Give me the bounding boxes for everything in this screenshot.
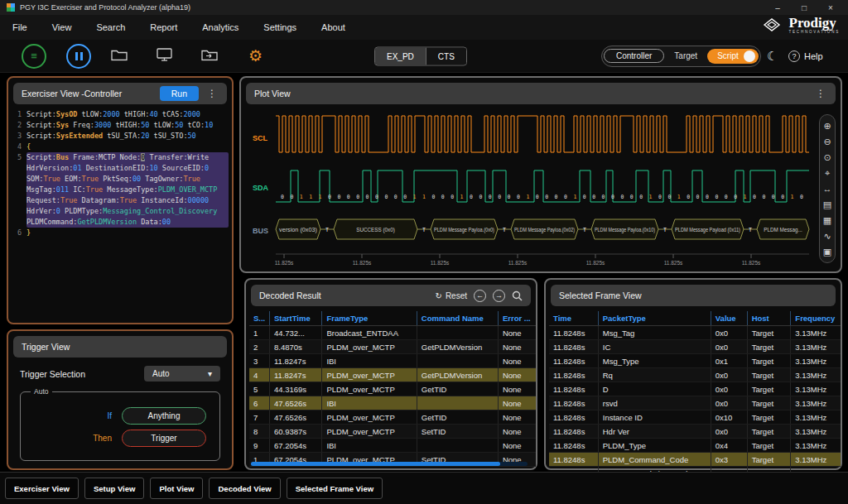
settings-gear-icon[interactable]: ⚙	[248, 47, 263, 65]
help-button[interactable]: ? Help	[788, 50, 823, 62]
column-header[interactable]: Host	[747, 311, 791, 326]
menu-item-search[interactable]: Search	[84, 15, 137, 40]
table-row[interactable]: 647.6526sIBINone	[249, 396, 536, 410]
close-button[interactable]: ×	[820, 3, 841, 12]
table-row[interactable]: 860.9387sPLDM_over_MCTPSetTIDNone	[249, 425, 536, 439]
device-tab-cts[interactable]: CTS	[426, 47, 466, 65]
menu-item-view[interactable]: View	[40, 15, 84, 40]
view-tab-decoded-view[interactable]: Decoded View	[209, 478, 280, 499]
table-row[interactable]: 11.8248sRq0x0Target3.13MHz	[549, 368, 841, 382]
minimize-button[interactable]: –	[767, 3, 788, 12]
column-header[interactable]: Command Name	[417, 311, 498, 326]
move-horizontal-icon[interactable]: ↔	[823, 182, 832, 195]
scrollbar-thumb[interactable]	[251, 462, 500, 466]
code-editor[interactable]: 1Script:SysOD tLOW:2000 tHIGH:40 tCAS:20…	[12, 109, 229, 238]
table-cell: None	[498, 354, 536, 368]
code-line[interactable]: 4{	[12, 142, 229, 152]
table-row[interactable]: 11.8248sMsg_Type0x1Target3.13MHz	[549, 354, 841, 368]
prev-frame-icon[interactable]: ←	[474, 290, 486, 302]
trigger-selection-dropdown[interactable]: Auto ▾	[144, 366, 220, 382]
menu-item-analytics[interactable]: Analytics	[190, 15, 251, 40]
dark-mode-icon[interactable]: ☾	[767, 49, 778, 63]
plot-menu-icon[interactable]: ⋮	[814, 88, 827, 99]
menu-item-file[interactable]: File	[0, 15, 40, 40]
sda-bit: 0	[394, 194, 398, 200]
code-line[interactable]: 3Script:SysExtended tSU_STA:20 tSU_STO:5…	[12, 131, 229, 142]
table-cell: 8.4870s	[270, 340, 322, 354]
column-header[interactable]: S...	[249, 311, 270, 326]
table-row[interactable]: 11.8248sPLDM_Command_Code0x3Target3.13MH…	[549, 453, 841, 467]
device-tab-ex_pd[interactable]: EX_PD	[375, 47, 426, 65]
waveform-plot[interactable]: SCLSDABUS0011100000000011000100000010000…	[248, 103, 819, 270]
table-row[interactable]: 747.6526sPLDM_over_MCTPGetTIDNone	[249, 410, 536, 425]
table-cell: rsvd	[598, 396, 711, 410]
plot-panel: Plot View ⋮ SCLSDABUS0011100000000011000…	[239, 76, 842, 273]
export-folder-icon[interactable]	[201, 48, 218, 64]
run-button[interactable]: Run	[160, 86, 199, 101]
mode-controller-button[interactable]: Controller	[604, 49, 664, 63]
table-row[interactable]: 11.8248sInstance ID0x10Target3.13MHz	[549, 410, 841, 425]
search-icon[interactable]	[512, 290, 523, 301]
grid-icon[interactable]: ▦	[823, 214, 831, 227]
view-tab-setup-view[interactable]: Setup View	[84, 478, 145, 499]
column-header[interactable]: StartTime	[270, 311, 322, 326]
column-header[interactable]: FrameType	[322, 311, 417, 326]
code-line[interactable]: 5Script:Bus Frame:MCTP Node:0 Transfer:W…	[12, 152, 229, 228]
code-line[interactable]: 2Script:Sys Freq:3000 tHIGH:50 tLOW:50 t…	[12, 120, 229, 131]
sda-bit: 0	[781, 194, 784, 200]
table-cell: IBI	[322, 439, 417, 453]
snapshot-icon[interactable]: ▣	[823, 245, 831, 258]
mode-script-toggle[interactable]: Script	[707, 49, 759, 64]
zoom-in-icon[interactable]: ⊕	[823, 119, 831, 132]
table-row[interactable]: 11.8248sPLDM_Type0x4Target3.13MHz	[549, 439, 841, 453]
layout-icon[interactable]: ▤	[823, 198, 831, 211]
table-row[interactable]: 11.8248sD0x0Target3.13MHz	[549, 382, 841, 396]
table-cell: PLDM_over_MCTP	[322, 410, 417, 425]
menu-item-settings[interactable]: Settings	[251, 15, 309, 40]
table-cell: 5	[249, 382, 270, 396]
zoom-out-icon[interactable]: ⊖	[823, 135, 831, 148]
view-tab-exerciser-view[interactable]: Exerciser View	[5, 478, 79, 499]
waveform-icon[interactable]: ∿	[823, 229, 831, 242]
menu-item-about[interactable]: About	[309, 15, 358, 40]
reset-button[interactable]: ↻Reset	[435, 291, 467, 300]
device-tabs: EX_PDCTS	[374, 46, 467, 65]
zoom-reset-icon[interactable]: ⊙	[823, 151, 831, 164]
column-header[interactable]: Time	[549, 311, 598, 326]
code-line[interactable]: 6}	[12, 228, 229, 238]
view-tab-plot-view[interactable]: Plot View	[150, 478, 203, 499]
table-row[interactable]: 11.8248sMsg_Tag0x0Target3.13MHz	[549, 326, 841, 340]
code-line[interactable]: 1Script:SysOD tLOW:2000 tHIGH:40 tCAS:20…	[12, 109, 229, 120]
table-row[interactable]: 11.8248sHdr Ver0x0Target3.13MHz	[549, 425, 841, 439]
exerciser-icon[interactable]: ≡	[22, 44, 46, 69]
maximize-button[interactable]: □	[793, 3, 815, 12]
column-header[interactable]: Value	[711, 311, 747, 326]
then-action-button[interactable]: Trigger	[122, 430, 206, 447]
table-row[interactable]: 967.2054sIBINone	[249, 439, 536, 453]
view-tab-selected-frame-view[interactable]: Selected Frame View	[287, 478, 383, 499]
column-header[interactable]: Error ...	[498, 311, 536, 326]
table-row[interactable]: 311.8247sIBINone	[249, 354, 536, 368]
menu-item-report[interactable]: Report	[137, 15, 190, 40]
next-frame-icon[interactable]: →	[493, 290, 505, 302]
if-condition-button[interactable]: Anything	[122, 407, 206, 425]
horizontal-scrollbar[interactable]	[251, 462, 528, 466]
open-folder-icon[interactable]	[111, 48, 128, 64]
table-row[interactable]: 11.8248srsvd0x0Target3.13MHz	[549, 396, 841, 410]
pan-icon[interactable]: ⌖	[825, 166, 830, 180]
table-row[interactable]: 144.732...Broadcast_ENTDAANone	[249, 326, 536, 340]
column-header[interactable]: Frequency	[791, 311, 841, 326]
mode-target-button[interactable]: Target	[664, 51, 707, 60]
exerciser-menu-icon[interactable]: ⋮	[205, 88, 219, 99]
table-row[interactable]: 11.8248sIC0x0Target3.13MHz	[549, 340, 841, 354]
sda-bit: 1	[460, 194, 464, 200]
table-cell: None	[498, 439, 536, 453]
table-cell: 0x0	[711, 340, 747, 354]
display-icon[interactable]	[157, 48, 172, 65]
table-row[interactable]: 411.8247sPLDM_over_MCTPGetPLDMVersionNon…	[249, 368, 536, 382]
table-row[interactable]: 544.3169sPLDM_over_MCTPGetTIDNone	[249, 382, 536, 396]
pause-icon[interactable]	[66, 44, 91, 69]
table-cell: PLDM_over_MCTP	[322, 340, 417, 354]
table-row[interactable]: 28.4870sPLDM_over_MCTPGetPLDMVersionNone	[249, 340, 536, 354]
column-header[interactable]: PacketType	[598, 311, 711, 326]
